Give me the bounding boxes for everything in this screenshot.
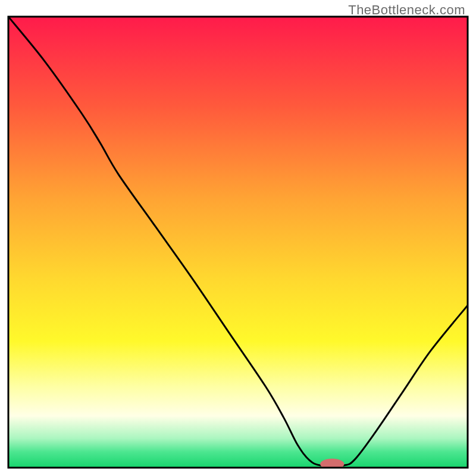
gradient-background (8, 17, 468, 468)
watermark-text: TheBottleneck.com (348, 2, 465, 18)
chart-svg (0, 0, 476, 476)
bottleneck-chart: TheBottleneck.com (0, 0, 476, 476)
